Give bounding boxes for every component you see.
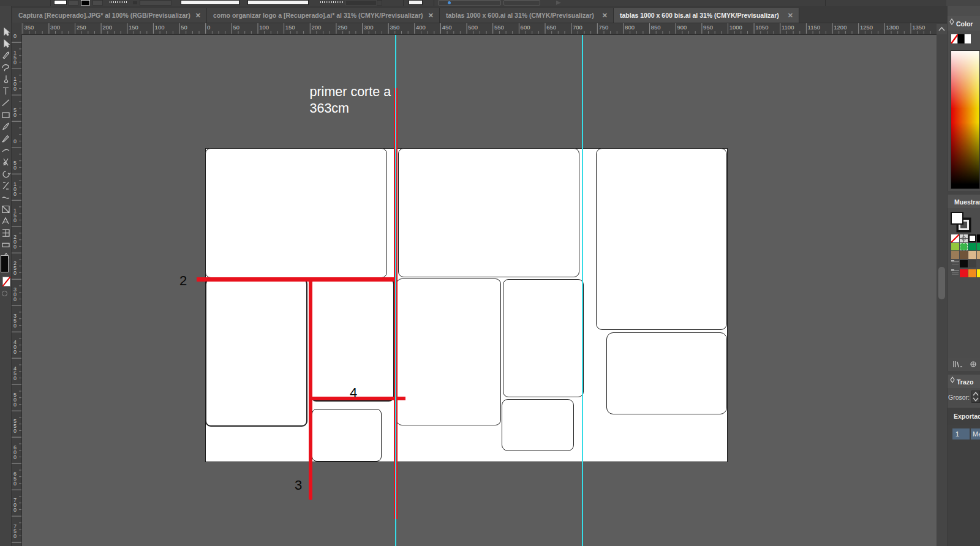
svg-text:950: 950 [703,24,713,31]
svg-text:1150: 1150 [808,24,820,31]
svg-text:100: 100 [259,24,269,31]
svg-text:600: 600 [521,24,530,31]
svg-text:1200: 1200 [834,24,846,31]
svg-text:1250: 1250 [860,24,873,31]
svg-text:450: 450 [442,24,452,31]
svg-text:350: 350 [24,24,34,31]
svg-text:0: 0 [13,34,17,39]
svg-text:0: 0 [13,244,17,250]
svg-text:0: 0 [13,507,17,513]
svg-text:1050: 1050 [755,24,768,31]
svg-text:0: 0 [13,481,17,487]
svg-text:0: 0 [13,375,17,381]
svg-text:0: 0 [13,112,17,118]
svg-text:0: 0 [13,217,17,223]
svg-text:300: 300 [50,24,60,31]
svg-text:0: 0 [13,349,17,355]
svg-text:0: 0 [13,191,17,197]
svg-text:0: 0 [13,296,17,302]
svg-text:800: 800 [625,24,635,31]
svg-text:500: 500 [468,24,478,31]
svg-text:200: 200 [312,24,322,31]
svg-text:350: 350 [390,24,399,31]
svg-text:550: 550 [494,24,504,31]
svg-text:150: 150 [285,24,295,31]
svg-text:1000: 1000 [729,24,742,31]
svg-text:700: 700 [573,24,582,31]
svg-text:300: 300 [364,24,374,31]
svg-text:0: 0 [13,59,17,65]
svg-text:0: 0 [13,165,17,171]
svg-text:0: 0 [13,428,17,434]
svg-text:0: 0 [13,138,17,144]
svg-text:250: 250 [77,24,86,31]
svg-text:650: 650 [546,24,556,31]
svg-text:0: 0 [13,270,17,276]
svg-text:750: 750 [599,24,609,31]
svg-text:250: 250 [337,24,347,31]
svg-text:50: 50 [181,24,187,31]
svg-text:0: 0 [13,402,17,408]
svg-text:400: 400 [416,24,426,31]
svg-text:100: 100 [155,24,165,31]
svg-text:150: 150 [129,24,138,31]
svg-text:0: 0 [13,454,17,460]
svg-text:0: 0 [13,533,17,539]
svg-text:900: 900 [677,24,687,31]
svg-text:0: 0 [13,323,17,329]
svg-text:1100: 1100 [782,24,794,31]
svg-text:0: 0 [13,86,17,92]
svg-text:200: 200 [102,24,112,31]
svg-text:1350: 1350 [912,24,925,31]
svg-text:50: 50 [233,24,240,31]
svg-text:0: 0 [207,24,210,31]
svg-text:850: 850 [651,24,661,31]
svg-text:1300: 1300 [886,24,899,31]
